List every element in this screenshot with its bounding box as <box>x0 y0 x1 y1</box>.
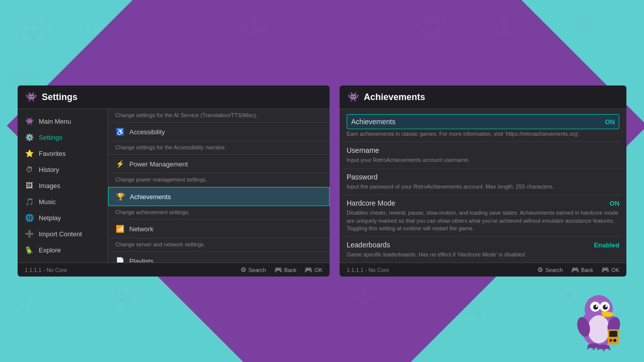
sidebar-item-label: Music <box>39 198 56 206</box>
svg-point-6 <box>603 305 608 310</box>
settings-panel-header: 👾 Settings <box>18 85 330 109</box>
sidebar-item-main-menu[interactable]: 👾 Main Menu <box>18 113 108 129</box>
ach-hardcore-header: Hardcore Mode ON <box>347 199 619 207</box>
ach-username-desc: Input your RetroAchievements account use… <box>347 156 619 164</box>
ach-hardcore-desc: Disables cheats, rewind, pause, slow-mot… <box>347 209 619 232</box>
back-icon: 🎮 <box>274 266 282 274</box>
ach-password-header: Password <box>347 173 619 181</box>
settings-top-desc: Change settings for the AI Service (Tran… <box>108 109 330 123</box>
ach-achievements-desc: Earn achievements in classic games. For … <box>347 130 619 138</box>
music-icon: 🎵 <box>25 198 34 206</box>
achievements-icon: 🏆 <box>116 193 125 201</box>
ach-ok-label: OK <box>611 267 619 273</box>
explore-icon: 🦜 <box>25 246 34 254</box>
sidebar-item-label: Main Menu <box>39 118 71 125</box>
achievements-content-area: Achievements ON Earn achievements in cla… <box>340 109 626 262</box>
sidebar-item-label: Settings <box>39 134 62 141</box>
settings-panel-footer: 1.1.1.1 - No Core ⚙ Search 🎮 Back 🎮 OK <box>18 262 330 277</box>
sidebar-item-settings[interactable]: ⚙️ Settings <box>18 129 108 145</box>
ach-search-icon: ⚙ <box>537 266 543 274</box>
sidebar-item-netplay[interactable]: 🌐 Netplay <box>18 210 108 226</box>
sidebar-item-label: History <box>39 166 59 173</box>
ach-leaderboards-title: Leaderboards <box>347 241 390 249</box>
settings-menu-label: Power Management <box>129 160 188 168</box>
ach-achievements-title: Achievements <box>351 118 395 126</box>
sidebar-item-label: Explore <box>39 246 61 254</box>
search-label: Search <box>249 267 266 273</box>
ach-achievements-header-row: Achievements ON <box>347 114 619 129</box>
ach-password-desc: Input the password of your RetroAchievem… <box>347 183 619 191</box>
settings-achievements[interactable]: 🏆 Achievements <box>108 187 330 206</box>
search-icon: ⚙ <box>240 266 247 274</box>
settings-network[interactable]: 📶 Network <box>108 220 330 238</box>
settings-menu-content: Change settings for the AI Service (Tran… <box>108 109 330 262</box>
back-label: Back <box>284 267 296 273</box>
svg-point-2 <box>588 315 610 343</box>
achievements-panel-title: Achievements <box>364 92 425 103</box>
achievements-version: 1.1.1.1 - No Core <box>347 267 389 273</box>
bird-mascot <box>569 282 629 352</box>
playlists-icon: 📄 <box>115 257 124 262</box>
achievements-panel-body: Achievements ON Earn achievements in cla… <box>340 109 626 262</box>
ach-leaderboards-header: Leaderboards Enabled <box>347 241 619 249</box>
ach-row-achievements[interactable]: Achievements ON Earn achievements in cla… <box>344 109 622 142</box>
sidebar-item-history[interactable]: ⏱ History <box>18 161 108 177</box>
svg-point-5 <box>593 305 598 310</box>
svg-point-13 <box>609 339 612 342</box>
settings-menu-label: Playlists <box>129 257 153 263</box>
svg-point-14 <box>613 339 616 342</box>
images-icon: 🖼 <box>25 182 34 190</box>
ach-search-button[interactable]: ⚙ Search <box>537 266 563 274</box>
ach-username-title: Username <box>347 146 379 154</box>
sidebar-item-explore[interactable]: 🦜 Explore <box>18 242 108 258</box>
ach-row-leaderboards[interactable]: Leaderboards Enabled Game specific leade… <box>344 237 622 262</box>
favorites-icon: ⭐ <box>25 149 34 157</box>
settings-power-management[interactable]: ⚡ Power Management <box>108 155 330 173</box>
achievements-panel-footer: 1.1.1.1 - No Core ⚙ Search 🎮 Back 🎮 OK <box>340 262 626 277</box>
ach-row-username[interactable]: Username Input your RetroAchievements ac… <box>344 142 622 168</box>
achievements-panel-header: 👾 Achievements <box>340 85 626 109</box>
ok-label: OK <box>314 267 323 273</box>
ach-password-title: Password <box>347 173 377 181</box>
ach-hardcore-status: ON <box>610 200 620 207</box>
ach-ok-button[interactable]: 🎮 OK <box>601 266 619 274</box>
settings-achievements-desc: Change achievement settings. <box>108 206 330 220</box>
ach-achievements-status: ON <box>605 118 615 126</box>
settings-search-button[interactable]: ⚙ Search <box>240 266 266 274</box>
sidebar-item-standalone-cores[interactable]: 🎮 Standalone Cores <box>18 258 108 262</box>
ach-back-label: Back <box>581 267 593 273</box>
settings-panel-title: Settings <box>42 92 77 103</box>
ach-username-header: Username <box>347 146 619 154</box>
sidebar-item-music[interactable]: 🎵 Music <box>18 194 108 210</box>
settings-back-button[interactable]: 🎮 Back <box>274 266 296 274</box>
ach-leaderboards-desc: Game specific leaderboards. Has no effec… <box>347 251 619 258</box>
import-icon: ➕ <box>25 230 34 238</box>
sidebar-item-import-content[interactable]: ➕ Import Content <box>18 226 108 242</box>
history-icon: ⏱ <box>25 165 34 173</box>
ach-leaderboards-status: Enabled <box>594 241 619 249</box>
settings-menu-label: Achievements <box>130 193 171 201</box>
ach-row-password[interactable]: Password Input the password of your Retr… <box>344 169 622 195</box>
bird-mascot-svg <box>569 282 629 352</box>
settings-accessibility[interactable]: ♿ Accessibility <box>108 123 330 141</box>
settings-header-icon: 👾 <box>26 92 37 103</box>
settings-ok-button[interactable]: 🎮 OK <box>304 266 323 274</box>
ach-ok-icon: 🎮 <box>601 266 609 274</box>
settings-menu-label: Network <box>129 225 153 233</box>
sidebar-item-label: Favorites <box>39 150 65 157</box>
svg-rect-12 <box>609 331 617 337</box>
netplay-icon: 🌐 <box>25 214 34 222</box>
main-menu-icon: 👾 <box>25 117 34 125</box>
sidebar-item-label: Netplay <box>39 214 61 222</box>
main-content: 👾 Settings 👾 Main Menu ⚙️ Settings ⭐ Fav… <box>0 0 644 362</box>
settings-playlists[interactable]: 📄 Playlists <box>108 252 330 262</box>
sidebar-item-label: Images <box>39 182 60 190</box>
achievements-panel: 👾 Achievements Achievements ON Earn achi… <box>340 85 626 277</box>
sidebar-item-images[interactable]: 🖼 Images <box>18 177 108 194</box>
settings-accessibility-desc: Change settings for the Accessibility na… <box>108 141 330 155</box>
sidebar-item-favorites[interactable]: ⭐ Favorites <box>18 145 108 161</box>
settings-panel-body: 👾 Main Menu ⚙️ Settings ⭐ Favorites ⏱ Hi… <box>18 109 330 262</box>
svg-point-7 <box>596 305 598 307</box>
ach-back-button[interactable]: 🎮 Back <box>571 266 593 274</box>
ach-row-hardcore-mode[interactable]: Hardcore Mode ON Disables cheats, rewind… <box>344 195 622 237</box>
